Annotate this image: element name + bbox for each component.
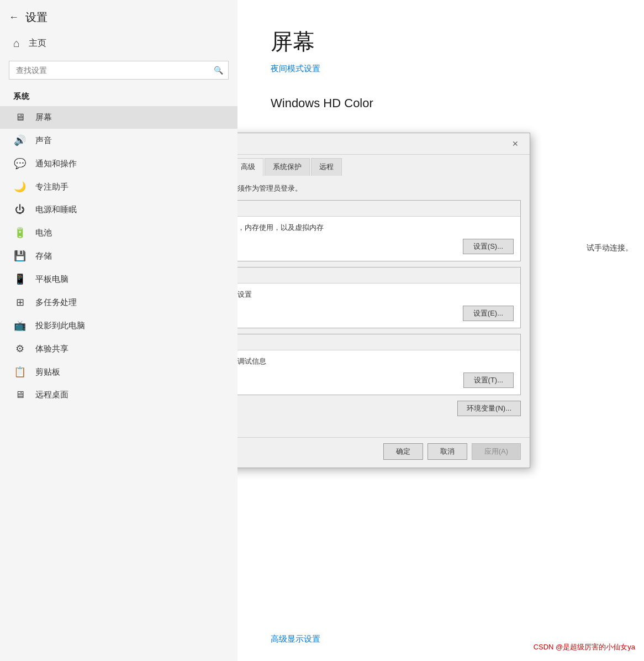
home-label: 主页 [29, 38, 46, 49]
sidebar-item-tablet[interactable]: 📱 平板电脑 [0, 267, 237, 291]
search-icon: 🔍 [214, 66, 223, 75]
sidebar-item-remote[interactable]: 🖥 远程桌面 [0, 384, 237, 406]
sidebar-item-storage[interactable]: 💾 存储 [0, 244, 237, 267]
screen-icon: 🖥 [13, 112, 27, 123]
sidebar: ← 设置 ⌂ 主页 🔍 系统 🖥 屏幕 🔊 声音 💬 通知和操作 🌙 专注助手 … [0, 0, 237, 661]
notify-icon: 💬 [13, 158, 27, 170]
performance-settings-button[interactable]: 设置(S)... [463, 239, 514, 254]
user-profiles-settings-button[interactable]: 设置(E)... [463, 306, 514, 321]
user-profiles-header: 用户配置文件 [237, 267, 520, 284]
performance-section: 性能 视觉效果，处理器计划，内存使用，以及虚拟内存 设置(S)... [237, 200, 521, 261]
tab-bar: 计算机名 硬件 高级 系统保护 远程 [237, 155, 530, 176]
nav-label-battery: 电池 [35, 228, 52, 238]
power-icon: ⏻ [13, 204, 27, 216]
nav-label-remote: 远程桌面 [35, 390, 68, 400]
dialog-titlebar: 系统属性 ✕ [237, 133, 530, 155]
startup-recovery-header: 启动和故障恢复 [237, 334, 520, 350]
user-profiles-body: 与登录帐户相关的桌面设置 设置(E)... [237, 284, 520, 328]
tab-remote[interactable]: 远程 [311, 158, 342, 176]
dialog-close-button[interactable]: ✕ [508, 138, 523, 150]
nav-label-storage: 存储 [35, 251, 52, 261]
back-button[interactable]: ← [9, 12, 19, 23]
sidebar-item-notify[interactable]: 💬 通知和操作 [0, 152, 237, 175]
nav-label-screen: 屏幕 [35, 112, 52, 123]
tab-advanced[interactable]: 高级 [237, 158, 263, 176]
sidebar-item-battery[interactable]: 🔋 电池 [0, 221, 237, 244]
env-variables-button[interactable]: 环境变量(N)... [457, 401, 521, 416]
nav-label-sound: 声音 [35, 135, 52, 146]
sidebar-item-focus[interactable]: 🌙 专注助手 [0, 175, 237, 198]
admin-notice: 要进行大多数更改，你必须作为管理员登录。 [237, 183, 521, 193]
focus-icon: 🌙 [13, 181, 27, 193]
sidebar-item-project[interactable]: 📺 投影到此电脑 [0, 314, 237, 337]
performance-desc: 视觉效果，处理器计划，内存使用，以及虚拟内存 [237, 223, 324, 232]
nav-label-clipboard: 剪贴板 [35, 367, 60, 377]
section-label-system: 系统 [0, 88, 237, 106]
nav-label-project: 投影到此电脑 [35, 321, 85, 331]
cancel-button[interactable]: 取消 [427, 443, 467, 460]
user-profiles-desc: 与登录帐户相关的桌面设置 [237, 290, 252, 298]
home-item[interactable]: ⌂ 主页 [0, 30, 237, 56]
multitask-icon: ⊞ [13, 296, 27, 308]
env-row: 环境变量(N)... [237, 401, 521, 423]
startup-recovery-settings-button[interactable]: 设置(T)... [463, 373, 514, 388]
main-content: 屏幕 夜间模式设置 Windows HD Color 系统属性 ✕ 计算机名 硬… [237, 0, 644, 661]
search-box: 🔍 [9, 61, 229, 80]
sidebar-item-clipboard[interactable]: 📋 剪贴板 [0, 360, 237, 384]
connect-text: 试手动连接。 [587, 243, 633, 253]
nav-label-shared: 体验共享 [35, 344, 68, 354]
system-properties-dialog: 系统属性 ✕ 计算机名 硬件 高级 系统保护 远程 要进行大多数更改，你必须作为… [237, 133, 530, 468]
clipboard-icon: 📋 [13, 366, 27, 378]
user-profiles-section: 用户配置文件 与登录帐户相关的桌面设置 设置(E)... [237, 267, 521, 328]
shared-icon: ⚙ [13, 343, 27, 355]
home-icon: ⌂ [13, 37, 20, 50]
sidebar-item-screen[interactable]: 🖥 屏幕 [0, 106, 237, 129]
sidebar-title: 设置 [25, 10, 47, 25]
sidebar-header: ← 设置 [0, 0, 237, 30]
remote-icon: 🖥 [13, 389, 27, 401]
sidebar-item-sound[interactable]: 🔊 声音 [0, 129, 237, 152]
nav-label-notify: 通知和操作 [35, 159, 77, 169]
night-mode-link[interactable]: 夜间模式设置 [271, 64, 320, 73]
startup-recovery-body: 系统启动、系统故障和调试信息 设置(T)... [237, 350, 520, 395]
nav-label-multitask: 多任务处理 [35, 297, 77, 308]
startup-recovery-desc: 系统启动、系统故障和调试信息 [237, 357, 266, 365]
project-icon: 📺 [13, 319, 27, 332]
performance-body: 视觉效果，处理器计划，内存使用，以及虚拟内存 设置(S)... [237, 217, 520, 261]
hd-color-title: Windows HD Color [271, 96, 622, 111]
nav-label-tablet: 平板电脑 [35, 274, 68, 285]
sidebar-item-power[interactable]: ⏻ 电源和睡眠 [0, 198, 237, 221]
search-input[interactable] [9, 61, 229, 80]
sidebar-item-multitask[interactable]: ⊞ 多任务处理 [0, 291, 237, 314]
ok-button[interactable]: 确定 [383, 443, 423, 460]
battery-icon: 🔋 [13, 227, 27, 239]
sidebar-item-shared[interactable]: ⚙ 体验共享 [0, 337, 237, 360]
nav-label-power: 电源和睡眠 [35, 204, 77, 215]
sound-icon: 🔊 [13, 134, 27, 146]
nav-label-focus: 专注助手 [35, 182, 68, 192]
watermark: CSDN @是超级厉害的小仙女ya [534, 642, 635, 652]
performance-header: 性能 [237, 201, 520, 217]
apply-button[interactable]: 应用(A) [472, 443, 521, 460]
page-title: 屏幕 [271, 27, 622, 57]
advanced-display-link[interactable]: 高级显示设置 [271, 634, 320, 644]
storage-icon: 💾 [13, 250, 27, 262]
dialog-footer: 确定 取消 应用(A) [237, 437, 530, 468]
startup-recovery-section: 启动和故障恢复 系统启动、系统故障和调试信息 设置(T)... [237, 334, 521, 395]
tablet-icon: 📱 [13, 273, 27, 285]
tab-system-protection[interactable]: 系统保护 [265, 158, 310, 176]
tab-content: 要进行大多数更改，你必须作为管理员登录。 性能 视觉效果，处理器计划，内存使用，… [237, 176, 530, 437]
